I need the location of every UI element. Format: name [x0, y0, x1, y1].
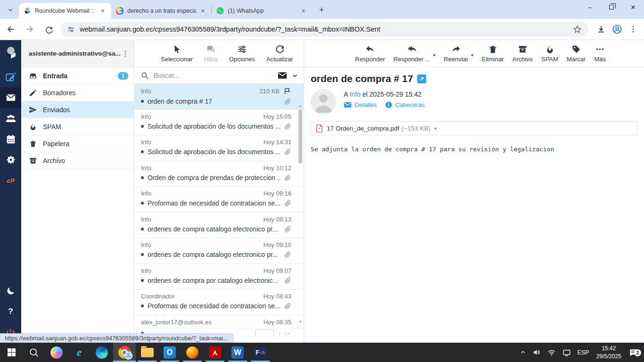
reload-button[interactable] [41, 21, 57, 37]
list-item[interactable]: InfoHoy 09:16 Proformas de necesidad de … [134, 187, 304, 213]
taskbar-edge-button[interactable] [91, 343, 113, 362]
reply-button[interactable]: Responder [355, 44, 385, 63]
spam-button[interactable]: SPAM [541, 44, 558, 63]
rail-mail-button[interactable] [0, 87, 21, 108]
address-bar[interactable]: webmail.sanjuan.gob.ec/cpsess9476305589/… [60, 22, 588, 37]
window-restore-button[interactable] [601, 0, 622, 14]
tray-chevron-up-icon[interactable] [517, 349, 529, 355]
search-scope-icon[interactable] [278, 72, 287, 79]
downloads-button[interactable] [593, 21, 609, 37]
taskbar-acrobat-button[interactable]: ⋏ [204, 343, 226, 362]
from-contact-link[interactable]: Info [349, 90, 360, 98]
forward-button-mail[interactable]: Reenviar [444, 44, 468, 63]
cast-icon[interactable] [559, 348, 574, 357]
scrollbar-thumb[interactable] [298, 109, 302, 164]
start-button[interactable] [0, 343, 23, 362]
mark-button[interactable]: Marcar [567, 44, 586, 63]
delete-button[interactable]: Eliminar [482, 44, 504, 63]
site-settings-icon[interactable] [67, 25, 75, 33]
reply-all-caret-icon[interactable]: ▾ [433, 53, 436, 58]
headers-toggle[interactable]: Cabeceras [385, 101, 425, 108]
compose-button[interactable] [0, 66, 21, 87]
taskbar-search-button[interactable] [23, 343, 45, 362]
taskbar-clock[interactable]: 15:42 29/5/2025 [593, 345, 625, 360]
list-item[interactable]: InfoHoy 09:10 ordenes de compra catalogo… [134, 238, 304, 264]
options-button[interactable]: Opciones [229, 44, 255, 63]
sidebar-item-entrada[interactable]: Entrada 1 [21, 67, 134, 84]
refresh-button[interactable]: Actualizar [266, 44, 293, 63]
list-item[interactable]: CoordinadorHoy 08:43 Proformas de necesi… [134, 289, 304, 315]
window-close-button[interactable]: ✕ [622, 0, 644, 14]
wifi-icon[interactable] [544, 348, 559, 357]
message-subject: Solicitud de aprobación de los documento… [148, 148, 281, 156]
rail-contacts-button[interactable] [0, 108, 21, 129]
tab-close-icon[interactable]: ✕ [99, 7, 107, 15]
list-item[interactable]: alex_junior17@outlook.esHoy 08:35 [134, 315, 304, 329]
tab-close-icon[interactable]: ✕ [299, 7, 307, 15]
action-center-button[interactable]: 2 [625, 348, 644, 357]
back-button[interactable] [3, 21, 19, 37]
attachment-name[interactable]: 17 Orden_de_compra.pdf [327, 125, 399, 132]
bookmark-star-icon[interactable] [573, 25, 582, 34]
taskbar-explorer-button[interactable] [136, 343, 158, 362]
list-item[interactable]: InfoHoy 09:13 ordenes de compra catalogo… [134, 213, 304, 239]
copilot-icon [50, 346, 63, 359]
taskbar-ie-button[interactable]: e [68, 343, 91, 362]
open-in-new-window-icon[interactable]: ↗ [417, 74, 426, 83]
sidebar-item-archivo[interactable]: Archivo [21, 152, 134, 169]
list-item[interactable]: InfoHoy 14:31 Solicitud de aprobación de… [134, 135, 304, 161]
taskbar-outlook-button[interactable]: O [158, 343, 181, 362]
threads-button[interactable]: Hilos [204, 44, 218, 63]
browser-menu-button[interactable] [625, 21, 641, 37]
attachment-row[interactable]: 17 Orden_de_compra.pdf (~153 KB) ▾ [311, 121, 637, 135]
reply-all-button[interactable]: Responder ... [394, 44, 430, 63]
taskbar-chrome-button[interactable] [113, 343, 136, 362]
window-minimize-button[interactable]: – [579, 0, 601, 14]
language-indicator[interactable]: ESP [574, 349, 593, 356]
list-item[interactable]: InfoHoy 10:12 Orden de compra de prendas… [134, 161, 304, 187]
cpanel-button[interactable]: cP [0, 170, 21, 191]
account-menu-button[interactable]: ⋮ [121, 49, 130, 58]
list-item[interactable]: InfoHoy 09:07 ordenes de compra por cata… [134, 264, 304, 290]
help-button[interactable]: ? [0, 301, 21, 322]
archive-label: Archivo [512, 56, 533, 63]
taskbar-fes-button[interactable]: F≡$ [249, 343, 272, 362]
sidebar-item-papelera[interactable]: Papelera [21, 135, 134, 152]
flag-icon[interactable] [283, 87, 291, 95]
page-input[interactable] [255, 329, 274, 336]
sidebar-item-spam[interactable]: SPAM [21, 118, 134, 135]
taskbar-copilot-button[interactable] [45, 343, 68, 362]
tab-search-button[interactable] [4, 3, 17, 16]
scroll-up-icon[interactable]: ▲ [298, 104, 303, 108]
attachment-menu-caret-icon[interactable]: ▾ [434, 126, 437, 131]
url-text[interactable]: webmail.sanjuan.gob.ec/cpsess9476305589/… [80, 25, 380, 33]
avatar [311, 89, 336, 115]
new-tab-button[interactable]: + [315, 4, 328, 16]
list-item[interactable]: InfoHoy 15:05 Solicitud de aprobación de… [134, 110, 304, 136]
search-options-chevron-icon[interactable] [292, 73, 298, 79]
profile-button[interactable] [609, 21, 625, 37]
rail-calendar-button[interactable] [0, 129, 21, 149]
forward-caret-icon[interactable]: ▾ [471, 53, 473, 58]
dark-mode-button[interactable] [0, 280, 21, 301]
tab-whatsapp[interactable]: (1) WhatsApp ✕ [212, 3, 312, 19]
search-input[interactable] [154, 72, 278, 79]
scroll-down-icon[interactable]: ▼ [298, 320, 303, 324]
tab-google-search[interactable]: derecho a un trato especial - Bu ✕ [111, 3, 211, 19]
sidebar-item-borradores[interactable]: Borradores [21, 84, 134, 101]
sidebar-item-enviados[interactable]: Enviados [21, 101, 134, 118]
more-button[interactable]: Más [594, 44, 606, 63]
rail-settings-button[interactable] [0, 149, 21, 170]
volume-icon[interactable] [529, 348, 544, 356]
tab-roundcube[interactable]: Roundcube Webmail :: Enviados ✕ [19, 3, 111, 19]
unread-count-badge: 1 [118, 72, 128, 80]
list-item[interactable]: Info 210 KB orden de compra # 17 [134, 84, 304, 110]
tab-close-icon[interactable]: ✕ [199, 7, 206, 15]
archive-button[interactable]: Archivo [512, 44, 533, 63]
taskbar-word-button[interactable]: W [226, 343, 249, 362]
select-button[interactable]: Seleccionar [161, 44, 193, 63]
details-toggle[interactable]: Detalles [344, 101, 377, 108]
taskbar-firefox-button[interactable] [181, 343, 204, 362]
list-scrollbar[interactable]: ▲ ▼ [298, 104, 303, 324]
forward-button[interactable] [22, 21, 38, 37]
